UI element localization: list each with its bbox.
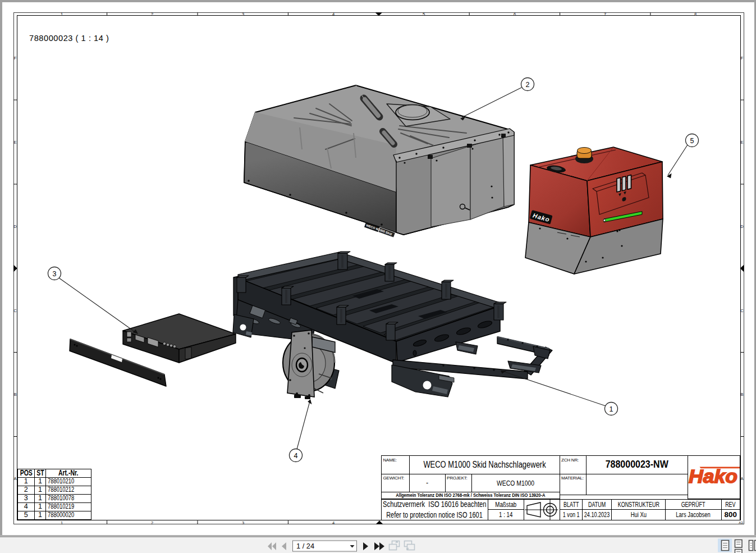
svg-text:2: 2 [526,81,530,89]
svg-text:4: 4 [294,452,298,460]
svg-text:1: 1 [610,405,613,413]
svg-text:1 / 24: 1 / 24 [296,542,314,550]
svg-text:Hako: Hako [689,465,737,487]
svg-text:3: 3 [53,270,57,278]
svg-text:5: 5 [690,137,694,145]
